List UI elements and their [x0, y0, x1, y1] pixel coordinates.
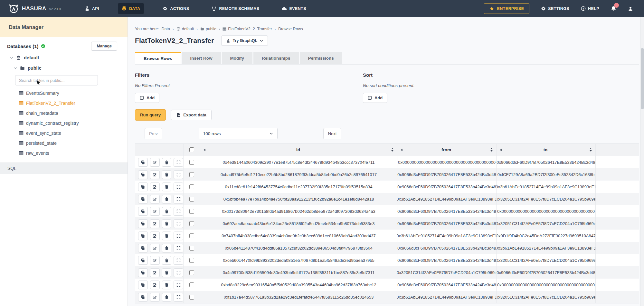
row-checkbox[interactable]	[189, 209, 194, 214]
edit-row-button[interactable]	[150, 293, 160, 301]
try-graphql-button[interactable]: Try GraphQL	[221, 35, 268, 46]
nav-item-data[interactable]: DATA	[118, 3, 144, 14]
next-page-button[interactable]: Next	[323, 128, 342, 139]
row-checkbox[interactable]	[189, 197, 194, 202]
sort-column-icon[interactable]	[391, 148, 394, 152]
rows-per-page-select[interactable]: 100 rows	[199, 128, 278, 139]
help-link[interactable]: ? HELP	[581, 6, 599, 11]
column-header-from[interactable]: from	[397, 144, 497, 156]
sidebar-schema-public[interactable]: public	[0, 63, 128, 73]
edit-row-button[interactable]	[150, 183, 160, 191]
row-checkbox[interactable]	[189, 270, 194, 275]
manage-button[interactable]: Manage	[91, 42, 117, 51]
clone-row-button[interactable]	[138, 195, 148, 203]
expand-row-button[interactable]	[174, 219, 183, 228]
sidebar-item-table[interactable]: FiatTokenV2_2_Transfer	[19, 98, 128, 108]
clone-row-button[interactable]	[138, 170, 148, 179]
delete-row-button[interactable]	[162, 232, 172, 240]
nav-item-actions[interactable]: ACTIONS	[159, 3, 193, 14]
edit-row-button[interactable]	[150, 281, 160, 289]
expand-row-button[interactable]	[174, 232, 183, 240]
row-checkbox[interactable]	[189, 295, 194, 300]
prev-page-button[interactable]: Prev	[145, 128, 162, 139]
breadcrumb-data[interactable]: Data	[162, 27, 170, 31]
expand-row-button[interactable]	[174, 207, 183, 216]
delete-row-button[interactable]	[162, 219, 172, 228]
row-checkbox[interactable]	[189, 172, 194, 177]
settings-link[interactable]: SETTINGS	[541, 6, 569, 11]
breadcrumb-public[interactable]: public	[200, 27, 216, 31]
delete-row-button[interactable]	[162, 170, 172, 179]
expand-row-button[interactable]	[174, 268, 183, 277]
nav-item-events[interactable]: EVENTS	[278, 3, 310, 14]
add-sort-button[interactable]: Add	[363, 93, 387, 103]
clone-row-button[interactable]	[138, 281, 148, 289]
edit-row-button[interactable]	[150, 268, 160, 277]
sidebar-item-table[interactable]: raw_events	[19, 148, 128, 158]
edit-row-button[interactable]	[150, 170, 160, 179]
tab-insert-row[interactable]: Insert Row	[182, 52, 221, 64]
column-header-id[interactable]: id	[200, 144, 397, 156]
expand-row-button[interactable]	[174, 244, 183, 252]
chevron-down-icon[interactable]	[14, 67, 17, 69]
clone-row-button[interactable]	[138, 207, 148, 216]
tab-permissions[interactable]: Permissions	[300, 52, 342, 64]
add-filter-button[interactable]: Add	[135, 93, 159, 103]
expand-row-button[interactable]	[174, 293, 183, 301]
sidebar-item-table[interactable]: chain_metadata	[19, 108, 128, 118]
sort-column-icon[interactable]	[589, 148, 592, 152]
notifications-button[interactable]	[611, 6, 616, 11]
edit-row-button[interactable]	[150, 158, 160, 167]
clone-row-button[interactable]	[138, 256, 148, 265]
sort-column-icon[interactable]	[490, 148, 493, 152]
delete-row-button[interactable]	[162, 207, 172, 216]
row-checkbox[interactable]	[189, 246, 194, 251]
delete-row-button[interactable]	[162, 281, 172, 289]
row-checkbox[interactable]	[189, 221, 194, 226]
delete-row-button[interactable]	[162, 195, 172, 203]
sidebar-item-table[interactable]: dynamic_contract_registry	[19, 118, 128, 128]
enterprise-button[interactable]: ENTERPRISE	[484, 3, 529, 14]
delete-row-button[interactable]	[162, 183, 172, 191]
nav-item-api[interactable]: API	[81, 3, 103, 14]
run-query-button[interactable]: Run query	[135, 109, 166, 121]
sidebar-item-table[interactable]: event_sync_state	[19, 128, 128, 138]
expand-row-button[interactable]	[174, 170, 183, 179]
edit-row-button[interactable]	[150, 232, 160, 240]
clone-row-button[interactable]	[138, 244, 148, 252]
breadcrumb-table[interactable]: FiatTokenV2_2_Transfer	[223, 27, 272, 31]
column-header-to[interactable]: to	[497, 144, 596, 156]
sidebar-item-table[interactable]: EventsSummary	[19, 88, 128, 98]
chevron-down-icon[interactable]	[10, 57, 13, 59]
tab-browse-rows[interactable]: Browse Rows	[135, 52, 181, 64]
edit-row-button[interactable]	[150, 195, 160, 203]
delete-row-button[interactable]	[162, 268, 172, 277]
delete-row-button[interactable]	[162, 158, 172, 167]
sidebar-item-table[interactable]: persisted_state	[19, 138, 128, 148]
tab-modify[interactable]: Modify	[222, 52, 253, 64]
select-all-checkbox[interactable]	[189, 147, 194, 152]
row-checkbox[interactable]	[189, 258, 194, 263]
search-tables-input[interactable]	[15, 75, 98, 85]
expand-row-button[interactable]	[174, 256, 183, 265]
scrollbar-thumb[interactable]	[641, 48, 644, 109]
clone-row-button[interactable]	[138, 183, 148, 191]
expand-row-button[interactable]	[174, 281, 183, 289]
user-menu-button[interactable]	[628, 6, 633, 11]
expand-row-button[interactable]	[174, 183, 183, 191]
clone-row-button[interactable]	[138, 219, 148, 228]
row-checkbox[interactable]	[189, 184, 194, 189]
delete-row-button[interactable]	[162, 244, 172, 252]
breadcrumb-default[interactable]: default	[176, 27, 194, 31]
edit-row-button[interactable]	[150, 256, 160, 265]
row-checkbox[interactable]	[189, 160, 194, 165]
tab-relationships[interactable]: Relationships	[253, 52, 299, 64]
clone-row-button[interactable]	[138, 293, 148, 301]
sidebar-sql-section[interactable]: SQL	[0, 163, 128, 174]
expand-row-button[interactable]	[174, 158, 183, 167]
edit-row-button[interactable]	[150, 207, 160, 216]
clone-row-button[interactable]	[138, 158, 148, 167]
row-checkbox[interactable]	[189, 282, 194, 287]
edit-row-button[interactable]	[150, 244, 160, 252]
delete-row-button[interactable]	[162, 256, 172, 265]
